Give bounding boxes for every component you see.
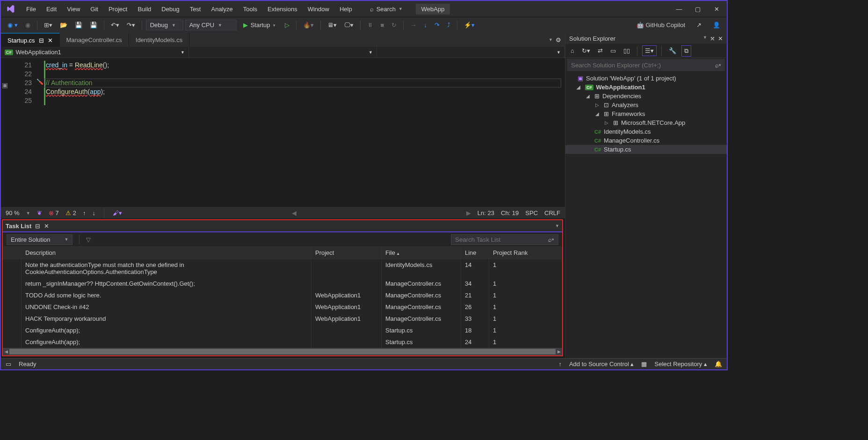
minimize-button[interactable]: — — [674, 6, 684, 13]
expander-icon[interactable]: ▷ — [605, 120, 610, 125]
outline-margin[interactable]: ▣ — [1, 58, 8, 207]
col-project[interactable]: Project — [311, 247, 382, 259]
step-over-button[interactable]: ↓ — [421, 20, 430, 30]
nav-down-icon[interactable]: ↓ — [93, 209, 96, 216]
expander-icon[interactable]: ◢ — [577, 85, 582, 90]
start-debug-button[interactable]: ▶ Startup ▾ — [239, 20, 280, 30]
hot-reload-button[interactable]: 🔥▾ — [300, 20, 317, 30]
maximize-button[interactable]: ▢ — [693, 6, 702, 13]
menu-project[interactable]: Project — [104, 3, 132, 15]
gear-icon[interactable]: ⚙ — [556, 36, 561, 43]
save-button[interactable]: 💾 — [72, 20, 85, 30]
scroll-right-icon[interactable]: ▶ — [466, 209, 471, 216]
task-list-header[interactable]: Description Project File▴ Line Project R… — [3, 246, 562, 259]
class-nav-dropdown[interactable]: ▼ — [189, 47, 377, 58]
file-node[interactable]: C#Startup.cs — [565, 145, 727, 154]
zoom-dropdown-icon[interactable]: ▼ — [26, 211, 30, 216]
share-button[interactable]: ↗ — [694, 20, 704, 30]
panel-menu-icon[interactable]: ▼ — [555, 224, 559, 228]
scroll-left-icon[interactable]: ◀ — [3, 348, 9, 355]
browser-link-button[interactable]: 🖥▾ — [325, 20, 340, 30]
step-button[interactable]: ⤴ — [444, 20, 453, 30]
nav-back-button[interactable]: ◉ ▾ — [5, 20, 21, 30]
menu-git[interactable]: Git — [86, 3, 103, 15]
show-all-button[interactable]: ▯▯ — [621, 46, 632, 56]
save-all-button[interactable]: 💾 — [87, 20, 100, 30]
close-icon[interactable]: ✕ — [718, 35, 723, 42]
task-search-input[interactable] — [455, 236, 548, 243]
solution-search[interactable]: ⌕▾ — [567, 59, 725, 71]
col-description[interactable]: Description — [22, 247, 311, 259]
warning-count[interactable]: 2 — [73, 209, 76, 216]
stop-button[interactable]: ■ — [378, 20, 387, 30]
copilot-button[interactable]: 🤖 GitHub Copilot — [634, 20, 688, 30]
pin-icon[interactable]: ⊟ — [39, 37, 44, 44]
web-button[interactable]: 🖵▾ — [341, 20, 356, 30]
analyzers-node[interactable]: ▷ ⊡ Analyzers — [565, 101, 727, 109]
find-button[interactable]: ⚡▾ — [461, 20, 477, 30]
open-button[interactable]: 📂 — [57, 20, 70, 30]
search-dropdown-icon[interactable]: ▾ — [552, 237, 554, 242]
menu-view[interactable]: View — [62, 3, 85, 15]
health-icon[interactable]: ❦ — [37, 209, 42, 216]
search-button[interactable]: ⌕ Search ▼ — [366, 5, 406, 14]
panel-menu-icon[interactable]: ▼ — [703, 35, 707, 42]
menu-file[interactable]: File — [22, 3, 41, 15]
step-into-button[interactable]: → — [407, 20, 419, 30]
error-count[interactable]: 7 — [56, 209, 59, 216]
bell-icon[interactable]: 🔔 — [715, 361, 722, 368]
menu-help[interactable]: Help — [335, 3, 357, 15]
file-node[interactable]: C#IdentityModels.cs — [565, 127, 727, 136]
new-item-button[interactable]: ⊞▾ — [41, 20, 55, 30]
task-row[interactable]: Note the authenticationType must match t… — [3, 259, 562, 278]
solution-name[interactable]: WebApp — [416, 4, 450, 14]
menu-tools[interactable]: Tools — [239, 3, 262, 15]
project-nav-dropdown[interactable]: C# WebApplication1 ▼ — [1, 47, 189, 58]
home-button[interactable]: ⌂ — [568, 46, 577, 56]
sync-button[interactable]: ⇄ — [595, 46, 605, 56]
properties-button[interactable]: 🔧 — [666, 46, 679, 56]
scroll-right-icon[interactable]: ▶ — [556, 348, 562, 355]
restart-button[interactable]: ↻ — [389, 20, 399, 30]
netcore-node[interactable]: ▷ ⊞ Microsoft.NETCore.App — [565, 118, 727, 127]
platform-dropdown[interactable]: Any CPU▼ — [185, 20, 237, 30]
start-no-debug-button[interactable]: ▷ — [282, 20, 292, 30]
pause-button[interactable]: ⏸ — [364, 20, 376, 30]
dependencies-node[interactable]: ◢ ⊞ Dependencies — [565, 92, 727, 101]
menu-analyze[interactable]: Analyze — [206, 3, 237, 15]
indent-indicator[interactable]: SPC — [525, 209, 538, 216]
task-row[interactable]: TODO Add some logic here.WebApplication1… — [3, 289, 562, 301]
step-out-button[interactable]: ↷ — [432, 20, 442, 30]
solution-explorer-titlebar[interactable]: Solution Explorer ▼ ⤧ ✕ — [565, 33, 727, 44]
history-button[interactable]: ↻▾ — [579, 46, 593, 56]
expander-icon[interactable]: ◢ — [595, 111, 601, 116]
project-node[interactable]: ◢ C# WebApplication1 — [565, 83, 727, 92]
file-tab[interactable]: ManageController.cs — [60, 33, 129, 47]
expander-icon[interactable]: ▷ — [595, 102, 601, 108]
solution-search-input[interactable] — [571, 62, 715, 69]
zoom-level[interactable]: 90 % — [6, 209, 20, 216]
eol-indicator[interactable]: CRLF — [544, 209, 560, 216]
search-icon[interactable]: ⌕ — [715, 62, 719, 69]
account-button[interactable]: 👤 — [710, 20, 723, 30]
close-button[interactable]: ✕ — [712, 6, 721, 13]
menu-edit[interactable]: Edit — [42, 3, 61, 15]
scrollbar-thumb[interactable] — [9, 349, 556, 354]
task-row[interactable]: HACK Temporary workaroundWebApplication1… — [3, 313, 562, 325]
menu-extensions[interactable]: Extensions — [263, 3, 302, 15]
collapse-button[interactable]: ▭ — [608, 46, 618, 56]
source-control-button[interactable]: Add to Source Control ▴ — [569, 361, 634, 368]
horizontal-scrollbar[interactable]: ◀ ▶ — [3, 348, 562, 355]
code-editor[interactable]: ▣ 2122232425 🪛 cred_in = ReadLine();// A… — [1, 58, 565, 207]
cleanup-icon[interactable]: 🖌▾ — [113, 209, 122, 216]
menu-window[interactable]: Window — [303, 3, 334, 15]
member-nav-dropdown[interactable]: ▼ — [377, 47, 565, 58]
close-icon[interactable]: ✕ — [44, 223, 49, 230]
expander-icon[interactable]: ◢ — [586, 94, 592, 99]
tabs-dropdown-icon[interactable]: ▼ — [549, 37, 553, 42]
task-row[interactable]: return _signInManager?? HttpContent.GetO… — [3, 278, 562, 289]
task-row[interactable]: UNDONE Check-in #42WebApplication1Manage… — [3, 301, 562, 313]
config-dropdown[interactable]: Debug▼ — [146, 20, 183, 30]
pin-icon[interactable]: ⊟ — [35, 223, 40, 230]
nav-forward-button[interactable]: ◉ — [22, 20, 33, 30]
